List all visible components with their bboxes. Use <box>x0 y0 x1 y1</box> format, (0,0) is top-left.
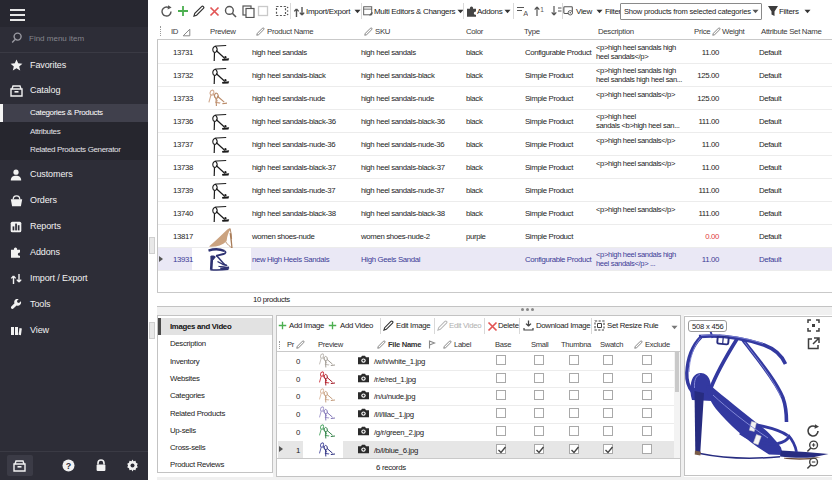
svg-text:1: 1 <box>540 6 544 13</box>
svg-text:A: A <box>523 9 528 17</box>
svg-text:?: ? <box>66 461 72 471</box>
